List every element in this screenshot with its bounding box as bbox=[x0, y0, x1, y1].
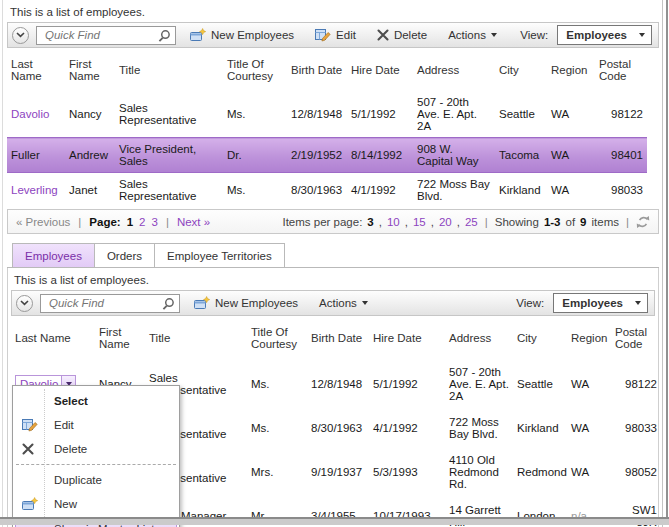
table-row[interactable]: Davolio Nancy Sales Representative Ms. 1… bbox=[7, 91, 647, 138]
pager-next[interactable]: Next » bbox=[177, 216, 210, 228]
master-pager: « Previous | Page: 1 2 3 | Next » Items … bbox=[7, 209, 659, 234]
cell-courtesy: Ms. bbox=[223, 91, 287, 138]
column-header-hire-date[interactable]: Hire Date bbox=[369, 317, 445, 359]
table-row[interactable]: Leverling Janet Sales Representative Ms.… bbox=[7, 173, 647, 208]
cell-courtesy: Mrs. bbox=[247, 447, 307, 497]
cell-region: WA bbox=[547, 138, 595, 173]
cell-city: Seattle bbox=[513, 359, 567, 409]
pager-previous: « Previous bbox=[16, 216, 70, 228]
actions-menu-button[interactable]: Actions bbox=[312, 297, 375, 309]
column-header-postal-code[interactable]: Postal Code bbox=[595, 49, 647, 91]
view-value: Employees bbox=[562, 297, 623, 309]
items-per-page-label: Items per page: bbox=[282, 216, 362, 228]
column-header-title-of-courtesy[interactable]: Title Of Courtesy bbox=[247, 317, 307, 359]
cell-address: 908 W. Capital Way bbox=[413, 138, 495, 173]
view-selector[interactable]: Employees bbox=[553, 293, 648, 313]
tab-employee-territories[interactable]: Employee Territories bbox=[154, 243, 285, 267]
showing-label: Showing bbox=[495, 216, 539, 228]
detail-toolbar: New Employees Actions View: Employees bbox=[11, 290, 655, 316]
cell-hire-date: 5/3/1993 bbox=[369, 447, 445, 497]
caret-down-icon bbox=[639, 33, 645, 37]
refresh-button[interactable] bbox=[636, 215, 650, 229]
edit-label: Edit bbox=[336, 29, 356, 41]
column-header-title-of-courtesy[interactable]: Title Of Courtesy bbox=[223, 49, 287, 91]
edit-button[interactable]: Edit bbox=[308, 28, 363, 42]
detail-quick-find bbox=[40, 294, 180, 313]
column-header-first-name[interactable]: First Name bbox=[95, 317, 145, 359]
page-size-link[interactable]: 20 bbox=[439, 216, 452, 228]
menu-item-delete[interactable]: Delete bbox=[15, 437, 177, 461]
menu-item-select[interactable]: Select bbox=[15, 389, 177, 413]
column-header-city[interactable]: City bbox=[495, 49, 547, 91]
showing-range: 1-3 bbox=[544, 216, 561, 228]
cell-courtesy: Dr. bbox=[223, 138, 287, 173]
column-header-address[interactable]: Address bbox=[445, 317, 513, 359]
column-header-city[interactable]: City bbox=[513, 317, 567, 359]
cell-birth-date: 9/19/1937 bbox=[307, 447, 369, 497]
table-row-selected[interactable]: Fuller Andrew Vice President, Sales Dr. … bbox=[7, 138, 647, 173]
cell-last-name[interactable]: Fuller bbox=[7, 138, 65, 173]
cell-hire-date: 4/1/1992 bbox=[347, 173, 413, 208]
quick-find-input[interactable] bbox=[43, 28, 158, 42]
search-icon[interactable] bbox=[158, 29, 171, 42]
menu-item-duplicate[interactable]: Duplicate bbox=[15, 468, 177, 492]
column-header-first-name[interactable]: First Name bbox=[65, 49, 115, 91]
menu-item-label: Duplicate bbox=[54, 474, 102, 486]
cell-address: 4110 Old Redmond Rd. bbox=[445, 447, 513, 497]
comma: , bbox=[431, 216, 434, 228]
column-header-birth-date[interactable]: Birth Date bbox=[307, 317, 369, 359]
actions-menu-button[interactable]: Actions bbox=[441, 29, 504, 41]
cell-birth-date: 8/30/1963 bbox=[307, 409, 369, 447]
column-header-last-name[interactable]: Last Name bbox=[7, 49, 65, 91]
master-caption: This is a list of employees. bbox=[7, 0, 659, 22]
view-selector[interactable]: Employees bbox=[557, 25, 652, 45]
page-size-link[interactable]: 25 bbox=[465, 216, 478, 228]
employee-link[interactable]: Leverling bbox=[11, 184, 58, 196]
comma: , bbox=[405, 216, 408, 228]
column-header-region[interactable]: Region bbox=[567, 317, 611, 359]
cell-title: Sales Representative bbox=[115, 173, 223, 208]
new-employees-button[interactable]: New Employees bbox=[183, 28, 301, 42]
new-employees-button[interactable]: New Employees bbox=[187, 296, 305, 310]
cell-postal-code: 98033 bbox=[611, 409, 661, 447]
column-header-title[interactable]: Title bbox=[145, 317, 247, 359]
view-label: View: bbox=[520, 29, 548, 41]
cell-postal-code: 98122 bbox=[611, 359, 661, 409]
column-header-postal-code[interactable]: Postal Code bbox=[611, 317, 661, 359]
tab-orders[interactable]: Orders bbox=[94, 243, 155, 267]
new-record-icon bbox=[190, 28, 206, 42]
column-header-hire-date[interactable]: Hire Date bbox=[347, 49, 413, 91]
page-size-current: 3 bbox=[367, 216, 373, 228]
detail-panel: This is a list of employees. New Employe… bbox=[7, 268, 659, 527]
caret-down-icon bbox=[362, 301, 368, 305]
pager-page-link[interactable]: 3 bbox=[151, 216, 157, 228]
detail-caption: This is a list of employees. bbox=[11, 268, 655, 290]
detail-tabs: Employees Orders Employee Territories bbox=[7, 243, 659, 268]
search-icon[interactable] bbox=[162, 297, 175, 310]
column-header-address[interactable]: Address bbox=[413, 49, 495, 91]
toolbar-expander-button[interactable] bbox=[16, 295, 33, 312]
header-row: Last Name First Name Title Title Of Cour… bbox=[7, 49, 647, 91]
menu-separator bbox=[16, 464, 176, 465]
items-label: items bbox=[592, 216, 619, 228]
refresh-icon bbox=[636, 215, 650, 229]
cell-first-name: Nancy bbox=[65, 91, 115, 138]
menu-item-edit[interactable]: Edit bbox=[15, 413, 177, 437]
column-header-title[interactable]: Title bbox=[115, 49, 223, 91]
pager-page-link[interactable]: 2 bbox=[139, 216, 145, 228]
column-header-region[interactable]: Region bbox=[547, 49, 595, 91]
employee-link[interactable]: Davolio bbox=[11, 108, 49, 120]
cell-address: 722 Moss Bay Blvd. bbox=[445, 409, 513, 447]
tab-employees[interactable]: Employees bbox=[12, 243, 95, 267]
delete-button[interactable]: Delete bbox=[370, 29, 434, 41]
cell-region: WA bbox=[547, 173, 595, 208]
column-header-birth-date[interactable]: Birth Date bbox=[287, 49, 347, 91]
quick-find-input[interactable] bbox=[47, 296, 162, 310]
column-header-last-name[interactable]: Last Name bbox=[11, 317, 95, 359]
cell-hire-date: 5/1/1992 bbox=[369, 359, 445, 409]
page-size-link[interactable]: 10 bbox=[387, 216, 400, 228]
menu-item-new[interactable]: New bbox=[15, 492, 177, 516]
cell-city: Kirkland bbox=[495, 173, 547, 208]
page-size-link[interactable]: 15 bbox=[413, 216, 426, 228]
toolbar-expander-button[interactable] bbox=[12, 27, 29, 44]
